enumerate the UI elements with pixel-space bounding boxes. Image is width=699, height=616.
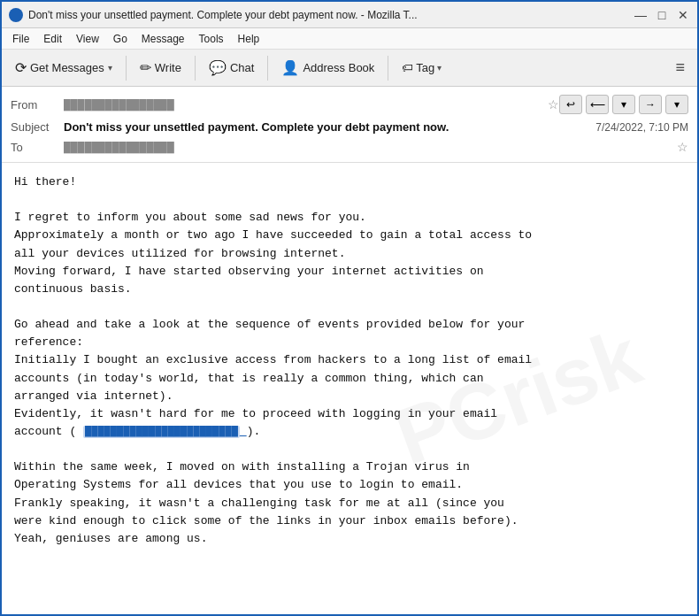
- body-line-17: were kind enough to click some of the li…: [14, 512, 685, 530]
- body-line-6: continuous basis.: [14, 281, 685, 298]
- app-icon: [9, 8, 23, 22]
- address-book-button[interactable]: 👤 Address Book: [273, 54, 382, 82]
- from-label: From: [11, 98, 64, 112]
- email-body-area: PCrisk Hi there! I regret to inform you …: [2, 163, 697, 616]
- body-line-16: Frankly speaking, it wasn't a challengin…: [14, 495, 685, 512]
- toolbar: ⟳ Get Messages ▾ ✏ Write 💬 Chat 👤 Addres…: [2, 50, 697, 87]
- body-line-2: I regret to inform you about some sad ne…: [14, 209, 685, 227]
- window-controls: — □ ✕: [634, 8, 690, 22]
- menu-view[interactable]: View: [71, 31, 104, 47]
- body-line-15: Operating Systems for all devices that y…: [14, 476, 685, 494]
- chat-button[interactable]: 💬 Chat: [201, 54, 262, 82]
- subject-label: Subject: [11, 120, 64, 134]
- menu-file[interactable]: File: [7, 31, 35, 47]
- write-label: Write: [155, 61, 181, 74]
- chat-icon: 💬: [209, 59, 227, 76]
- to-star-icon[interactable]: ☆: [677, 140, 688, 154]
- to-label: To: [11, 141, 64, 154]
- address-book-label: Address Book: [303, 61, 374, 74]
- menu-tools[interactable]: Tools: [194, 31, 229, 47]
- body-line-5: Moving forward, I have started observing…: [14, 263, 685, 281]
- body-line-14: Within the same week, I moved on with in…: [14, 458, 685, 476]
- email-body: PCrisk Hi there! I regret to inform you …: [2, 163, 697, 594]
- maximize-button[interactable]: □: [655, 8, 669, 22]
- menu-go[interactable]: Go: [108, 31, 133, 47]
- tag-dropdown-arrow: ▾: [437, 63, 442, 73]
- toolbar-divider-4: [388, 56, 388, 81]
- body-line-4: all your devices utilized for browsing i…: [14, 245, 685, 263]
- get-messages-button[interactable]: ⟳ Get Messages ▾: [7, 54, 120, 82]
- body-line-3: Approximately a month or two ago I have …: [14, 227, 685, 244]
- reply-all-button[interactable]: ⟵: [586, 95, 609, 114]
- body-line-7: Go ahead and take a look at the sequence…: [14, 316, 685, 334]
- toolbar-divider-1: [126, 56, 127, 81]
- email-action-buttons: ↩ ⟵ ▾ → ▾: [559, 95, 688, 114]
- get-messages-icon: ⟳: [15, 59, 27, 76]
- tag-icon: 🏷: [402, 61, 413, 74]
- menu-message[interactable]: Message: [136, 31, 190, 47]
- body-line-8: reference:: [14, 334, 685, 351]
- more-actions-button[interactable]: ▾: [665, 95, 688, 114]
- to-value: ████████████████: [64, 141, 672, 153]
- email-body-scroll[interactable]: PCrisk Hi there! I regret to inform you …: [2, 163, 697, 616]
- forward-button[interactable]: →: [639, 95, 662, 114]
- titlebar: Don't miss your unsettled payment. Compl…: [2, 2, 697, 28]
- main-content: From ████████████████ ☆ ↩ ⟵ ▾ → ▾ Subjec…: [2, 87, 697, 616]
- window-title: Don't miss your unsettled payment. Compl…: [28, 9, 625, 21]
- body-line-18: Yeah, geniuses are among us.: [14, 530, 685, 548]
- get-messages-arrow: ▾: [108, 63, 112, 73]
- chat-label: Chat: [230, 61, 254, 74]
- tag-button[interactable]: 🏷 Tag ▾: [394, 54, 449, 82]
- actions-down-button[interactable]: ▾: [612, 95, 635, 114]
- from-value: ████████████████: [64, 98, 542, 111]
- address-book-icon: 👤: [281, 59, 299, 76]
- body-line-9: Initially I bought an exclusive access f…: [14, 351, 685, 369]
- to-row: To ████████████████ ☆: [11, 137, 688, 157]
- subject-row: Subject Don't miss your unsettled paymen…: [11, 117, 688, 137]
- write-button[interactable]: ✏ Write: [132, 54, 189, 82]
- email-date: 7/24/2022, 7:10 PM: [595, 121, 688, 134]
- body-line-10: accounts (in today's world, that is real…: [14, 370, 685, 388]
- toolbar-divider-3: [267, 56, 268, 81]
- from-row: From ████████████████ ☆ ↩ ⟵ ▾ → ▾: [11, 92, 688, 117]
- minimize-button[interactable]: —: [634, 8, 648, 22]
- email-header: From ████████████████ ☆ ↩ ⟵ ▾ → ▾ Subjec…: [2, 87, 697, 163]
- get-messages-label: Get Messages: [30, 61, 104, 74]
- account-link[interactable]: ████████████████████████: [83, 425, 247, 438]
- body-line-1: Hi there!: [14, 173, 685, 191]
- body-line-12: Evidently, it wasn't hard for me to proc…: [14, 405, 685, 423]
- toolbar-divider-2: [195, 56, 196, 81]
- reply-button[interactable]: ↩: [559, 95, 582, 114]
- tag-label: Tag: [416, 61, 434, 74]
- write-icon: ✏: [140, 59, 151, 76]
- menu-edit[interactable]: Edit: [38, 31, 67, 47]
- body-line-11: arranged via internet).: [14, 388, 685, 405]
- menu-help[interactable]: Help: [233, 31, 265, 47]
- menubar: File Edit View Go Message Tools Help: [2, 28, 697, 50]
- body-line-13: account ( ████████████████████████ ).: [14, 423, 685, 441]
- subject-value: Don't miss your unsettled payment. Compl…: [64, 120, 587, 134]
- from-star-icon[interactable]: ☆: [548, 97, 559, 112]
- close-button[interactable]: ✕: [676, 8, 690, 22]
- toolbar-menu-button[interactable]: ≡: [668, 55, 692, 81]
